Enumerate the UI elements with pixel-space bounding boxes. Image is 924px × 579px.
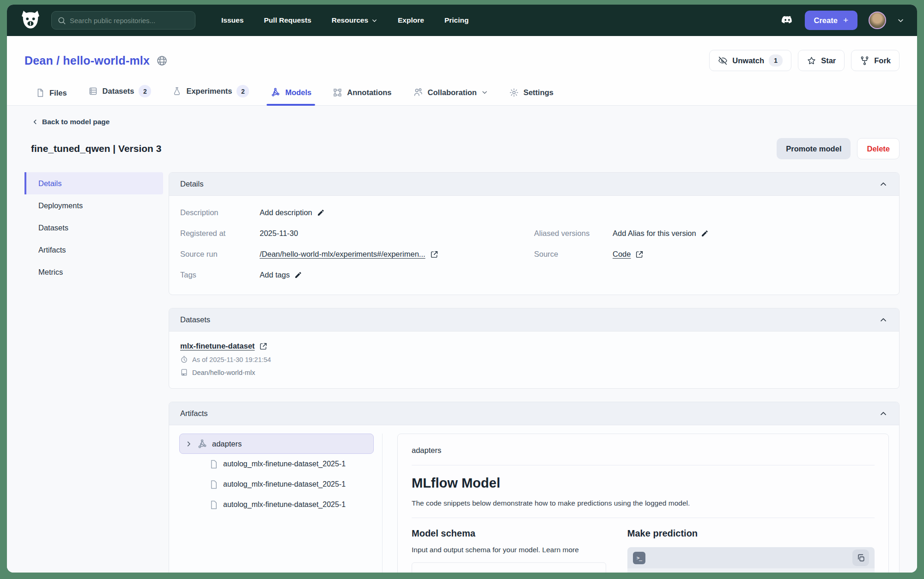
fork-icon: [860, 56, 869, 66]
nav-item-issues[interactable]: Issues: [221, 16, 243, 24]
back-to-model-link[interactable]: Back to model page: [32, 106, 109, 126]
user-menu-chevron-icon[interactable]: [897, 17, 904, 24]
details-card-title: Details: [180, 180, 203, 188]
repo-book-icon: [180, 368, 188, 376]
tree-item-adapters[interactable]: adapters: [179, 434, 374, 454]
tab-datasets[interactable]: Datasets 2: [88, 85, 152, 105]
detail-label: Tags: [180, 271, 260, 279]
nav-item-label: Resources: [332, 16, 368, 24]
copy-code-button[interactable]: [852, 549, 869, 566]
avatar[interactable]: [869, 12, 886, 29]
tab-label: Collaboration: [428, 88, 477, 97]
tab-label: Files: [49, 89, 67, 97]
star-button[interactable]: Star: [798, 50, 845, 71]
tree-item-file[interactable]: autolog_mlx-finetune-dataset_2025-1: [179, 474, 374, 495]
repo-header: Dean / hello-world-mlx Unwatch 1: [7, 36, 917, 106]
nav-item-label: Issues: [221, 16, 243, 24]
copy-icon: [857, 554, 865, 562]
repo-actions: Unwatch 1 Star Fork: [709, 50, 900, 71]
artifacts-card-title: Artifacts: [180, 409, 208, 418]
sidebar-item-artifacts[interactable]: Artifacts: [24, 239, 163, 261]
sidebar-item-details[interactable]: Details: [24, 172, 163, 194]
chevron-down-icon: [371, 18, 377, 24]
external-link-icon[interactable]: [430, 250, 438, 259]
nav-item-resources[interactable]: Resources: [332, 16, 377, 24]
tree-item-file[interactable]: autolog_mlx-finetune-dataset_2025-1: [179, 454, 374, 474]
tab-files[interactable]: Files: [36, 88, 67, 105]
external-link-icon[interactable]: [635, 250, 644, 259]
sidebar-item-datasets[interactable]: Datasets: [24, 217, 163, 239]
promote-model-button[interactable]: Promote model: [777, 138, 851, 159]
repo-title[interactable]: Dean / hello-world-mlx: [24, 54, 150, 67]
tab-collaboration[interactable]: Collaboration: [413, 87, 488, 105]
source-code-link[interactable]: Code: [613, 250, 631, 259]
chevron-up-icon[interactable]: [879, 315, 888, 325]
public-globe-icon: [156, 55, 168, 66]
app-window: Issues Pull Requests Resources Explore P…: [7, 5, 917, 573]
version-sidebar: Details Deployments Datasets Artifacts M…: [24, 172, 163, 283]
detail-row-source: Source Code: [534, 244, 888, 265]
nav-item-pricing[interactable]: Pricing: [444, 16, 469, 24]
details-card: Details Description Add description: [169, 172, 900, 295]
file-icon: [209, 480, 219, 489]
edit-description-icon[interactable]: [317, 209, 325, 217]
unwatch-button[interactable]: Unwatch 1: [709, 50, 791, 71]
nav-item-pull-requests[interactable]: Pull Requests: [264, 16, 311, 24]
tab-label: Models: [285, 88, 311, 97]
repo-label: Dean/hello-world-mlx: [192, 369, 255, 376]
clock-icon: [180, 356, 188, 363]
collaboration-icon: [413, 87, 423, 97]
dagshub-logo-icon[interactable]: [20, 10, 41, 31]
create-button[interactable]: Create +: [805, 11, 857, 30]
chevron-down-icon: [481, 89, 488, 96]
detail-label: Source run: [180, 250, 260, 259]
nav-links: Issues Pull Requests Resources Explore P…: [221, 16, 468, 24]
tab-settings[interactable]: Settings: [509, 88, 553, 105]
search-input[interactable]: [70, 17, 189, 24]
tree-folder-label: adapters: [212, 440, 242, 448]
annotations-icon: [333, 88, 342, 97]
fork-button[interactable]: Fork: [851, 50, 900, 71]
back-link-label: Back to model page: [42, 118, 109, 126]
chevron-right-icon[interactable]: [185, 440, 192, 447]
schema-empty-state: No schema. Check MLflow docs to add inpu…: [412, 562, 606, 573]
detail-label: Aliased versions: [534, 229, 613, 238]
nav-item-label: Pricing: [444, 16, 469, 24]
nav-item-explore[interactable]: Explore: [398, 16, 424, 24]
source-run-link[interactable]: /Dean/hello-world-mlx/experiments#/exper…: [260, 250, 426, 259]
discord-icon[interactable]: [781, 15, 794, 25]
external-link-icon[interactable]: [259, 342, 267, 350]
file-icon: [36, 88, 45, 97]
description-value: Add description: [260, 208, 312, 217]
artifact-tree: adapters autolog_mlx-finetune-dataset_20…: [179, 434, 383, 573]
model-schema-title: Model schema: [412, 528, 606, 539]
tree-file-label: autolog_mlx-finetune-dataset_2025-1: [223, 480, 346, 489]
tree-item-file[interactable]: autolog_mlx-finetune-dataset_2025-1: [179, 495, 374, 515]
main-column: Details Description Add description: [169, 172, 900, 573]
star-icon: [807, 56, 816, 66]
delete-button[interactable]: Delete: [857, 138, 900, 159]
nav-item-label: Explore: [398, 16, 424, 24]
mlflow-model-heading: MLflow Model: [412, 476, 875, 491]
tab-annotations[interactable]: Annotations: [333, 88, 391, 105]
dataset-link[interactable]: mlx-finetune-dataset: [180, 342, 255, 350]
chevron-up-icon[interactable]: [879, 409, 888, 418]
edit-tags-icon[interactable]: [294, 271, 302, 279]
as-of-label: As of 2025-11-30 19:21:54: [192, 356, 271, 363]
sidebar-item-metrics[interactable]: Metrics: [24, 261, 163, 283]
tab-models[interactable]: Models: [270, 87, 311, 105]
edit-alias-icon[interactable]: [701, 229, 709, 237]
repo-tabs: Files Datasets 2 Experiments 2: [7, 71, 917, 106]
nav-item-label: Pull Requests: [264, 16, 311, 24]
code-area[interactable]: 1import mlflow 2logged_model = 'runs:/48…: [627, 568, 875, 573]
chevron-up-icon[interactable]: [879, 180, 888, 189]
tree-file-label: autolog_mlx-finetune-dataset_2025-1: [223, 460, 346, 468]
selected-artifact-name: adapters: [412, 446, 875, 455]
detail-row-description: Description Add description: [180, 202, 534, 223]
tab-experiments[interactable]: Experiments 2: [172, 85, 249, 105]
tab-label: Datasets: [103, 87, 134, 96]
plus-icon: +: [843, 15, 848, 25]
sidebar-item-deployments[interactable]: Deployments: [24, 194, 163, 217]
unwatch-label: Unwatch: [732, 56, 764, 65]
registered-value: 2025-11-30: [260, 229, 298, 238]
